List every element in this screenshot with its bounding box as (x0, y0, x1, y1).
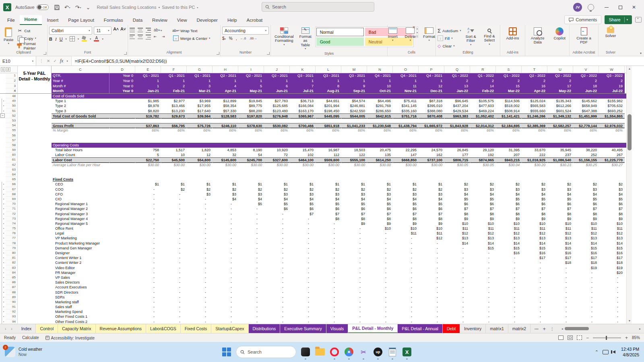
row-header-66[interactable]: 66 (6, 182, 18, 187)
merge-center-button[interactable]: ↔Merge & Center▾ (173, 35, 210, 41)
cell[interactable]: $16 (496, 251, 522, 255)
cell[interactable]: $8 (496, 212, 522, 216)
cell[interactable]: $15 (599, 246, 625, 251)
cell[interactable]: $565,583 (522, 103, 547, 108)
cell[interactable]: - (161, 260, 187, 265)
column-header-R[interactable]: R (470, 66, 496, 73)
cell[interactable]: 10 (367, 84, 393, 89)
cell[interactable]: - (341, 314, 367, 319)
row-label[interactable]: Regional Manager 3 (52, 212, 109, 216)
cell[interactable]: - (213, 304, 238, 309)
cell-label[interactable]: Month (52, 88, 109, 93)
cell[interactable]: - (393, 251, 419, 255)
cell[interactable]: 66% (496, 128, 522, 133)
cell[interactable]: 1 (161, 78, 187, 84)
cell[interactable]: - (290, 280, 316, 285)
cell[interactable]: $1 (213, 182, 238, 187)
sheet-tab-labor-cogs[interactable]: Labor&COGS (146, 324, 181, 333)
cell[interactable]: $17,955 (187, 103, 213, 108)
cell[interactable]: - (599, 304, 625, 309)
cell[interactable]: $19 (599, 265, 625, 270)
cell[interactable] (18, 143, 35, 148)
cell[interactable]: - (264, 251, 290, 255)
cell[interactable]: - (135, 202, 161, 206)
column-header-H[interactable]: H (213, 66, 238, 73)
cell[interactable]: - (522, 285, 547, 290)
accounting-format-button[interactable]: $▾ (222, 36, 226, 41)
row-header-88[interactable]: 88 (6, 290, 18, 295)
cell[interactable] (35, 182, 52, 187)
cell[interactable] (18, 192, 35, 197)
cell[interactable]: $2,014,312 (470, 123, 496, 128)
cell[interactable]: $2 (341, 187, 367, 192)
share-dropdown-icon[interactable]: ▾ (627, 18, 628, 21)
cell[interactable]: - (341, 275, 367, 280)
cell[interactable]: - (290, 226, 316, 231)
cell[interactable]: $30.04 (496, 162, 522, 167)
cell[interactable]: $2 (213, 187, 238, 192)
cell[interactable]: Q2 - 2021 (238, 73, 264, 78)
cell[interactable]: - (238, 221, 264, 226)
cell[interactable]: - (135, 246, 161, 251)
cell[interactable]: $13 (547, 236, 573, 241)
cell[interactable]: - (264, 270, 290, 275)
cell[interactable]: $464,100 (290, 157, 316, 162)
cell[interactable]: - (367, 295, 393, 300)
cell[interactable]: $6 (264, 206, 290, 211)
cell[interactable]: 32 (213, 152, 238, 157)
cell[interactable]: $1,246,266 (522, 113, 547, 118)
cell[interactable]: - (238, 236, 264, 241)
row-header-3[interactable]: 3 (6, 84, 18, 89)
cell[interactable]: 237 (547, 152, 573, 157)
cell[interactable]: $17,640 (187, 109, 213, 113)
row-header-84[interactable]: 84 (6, 270, 18, 275)
cell[interactable]: - (316, 260, 341, 265)
cell[interactable]: - (393, 290, 419, 295)
cell[interactable]: - (522, 300, 547, 304)
cell[interactable]: $13 (522, 236, 547, 241)
font-dialog-launcher[interactable] (124, 52, 127, 55)
number-dialog-launcher[interactable] (267, 52, 270, 55)
column-header-L[interactable]: L (316, 66, 341, 73)
cell[interactable]: - (135, 206, 161, 211)
cell[interactable]: - (470, 319, 496, 324)
cell[interactable]: $9 (367, 221, 393, 226)
cell[interactable]: 267 (599, 152, 625, 157)
taskbar-clock[interactable]: 12:43 PM 4/8/2025 (621, 346, 639, 358)
minimize-button[interactable] (600, 2, 613, 13)
cell[interactable]: - (213, 212, 238, 216)
cell[interactable]: $3 (599, 187, 625, 192)
row-header-85[interactable]: 85 (6, 275, 18, 280)
cell[interactable]: $11 (444, 226, 470, 231)
cell[interactable] (35, 99, 52, 103)
cell[interactable]: - (161, 290, 187, 295)
row-header-48[interactable]: 48 (6, 94, 18, 99)
cell[interactable]: - (522, 265, 547, 270)
cell[interactable] (35, 314, 52, 319)
outline-level-2-button[interactable]: 2 (6, 67, 10, 72)
cell[interactable] (109, 212, 135, 216)
cell[interactable]: - (187, 231, 213, 236)
cell[interactable]: $15 (573, 246, 599, 251)
cell[interactable]: 8 (316, 84, 341, 89)
cell[interactable]: - (367, 300, 393, 304)
cell[interactable]: 2 (547, 78, 573, 84)
cell[interactable]: - (522, 270, 547, 275)
cell[interactable]: - (290, 275, 316, 280)
cell-label[interactable]: Year # (52, 78, 109, 84)
row-label[interactable]: Demand Gen Manager (52, 246, 109, 251)
fill-color-button[interactable] (82, 36, 87, 41)
prev-sheet-icon[interactable]: ‹ (5, 327, 6, 331)
cell[interactable]: $612,266 (547, 103, 573, 108)
cell[interactable]: - (187, 251, 213, 255)
cell[interactable]: $1,843,928 (444, 123, 470, 128)
cell[interactable]: $647,388 (573, 109, 599, 113)
cell[interactable]: - (419, 260, 444, 265)
cell[interactable] (18, 236, 35, 241)
cell[interactable] (109, 280, 135, 285)
cell[interactable] (109, 162, 135, 167)
cell[interactable] (18, 172, 35, 177)
cell[interactable]: - (496, 314, 522, 319)
cell[interactable]: Q1 - 2021 (187, 73, 213, 78)
cell[interactable]: - (393, 304, 419, 309)
